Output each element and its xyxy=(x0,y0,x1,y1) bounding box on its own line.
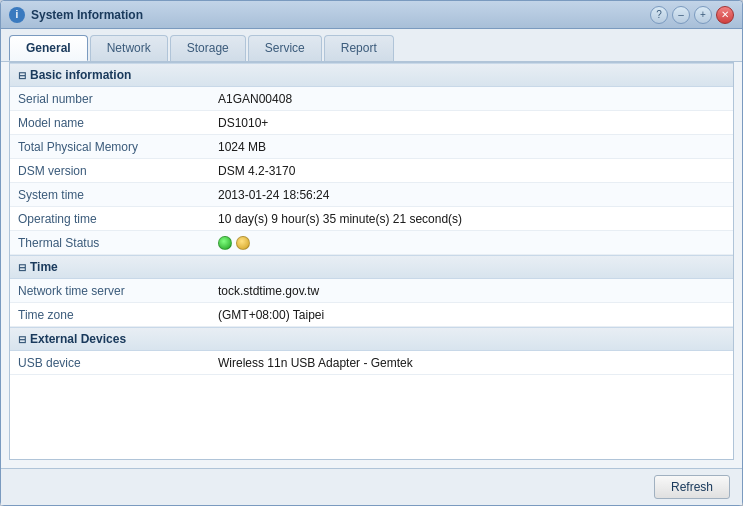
label-model-name: Model name xyxy=(10,112,210,134)
collapse-icon-basic: ⊟ xyxy=(18,70,26,81)
label-usb-device: USB device xyxy=(10,352,210,374)
tab-report[interactable]: Report xyxy=(324,35,394,61)
label-total-memory: Total Physical Memory xyxy=(10,136,210,158)
tab-network[interactable]: Network xyxy=(90,35,168,61)
table-row: USB device Wireless 11n USB Adapter - Ge… xyxy=(10,351,733,375)
thermal-indicator-green xyxy=(218,236,232,250)
refresh-button[interactable]: Refresh xyxy=(654,475,730,499)
label-system-time: System time xyxy=(10,184,210,206)
table-row: System time 2013-01-24 18:56:24 xyxy=(10,183,733,207)
value-total-memory: 1024 MB xyxy=(210,136,733,158)
table-row: Model name DS1010+ xyxy=(10,111,733,135)
section-external-devices: ⊟ External Devices xyxy=(10,327,733,351)
value-dsm-version: DSM 4.2-3170 xyxy=(210,160,733,182)
value-thermal-status xyxy=(210,232,733,254)
table-row: Network time server tock.stdtime.gov.tw xyxy=(10,279,733,303)
label-dsm-version: DSM version xyxy=(10,160,210,182)
thermal-indicator-yellow xyxy=(236,236,250,250)
window-icon: i xyxy=(9,7,25,23)
value-system-time: 2013-01-24 18:56:24 xyxy=(210,184,733,206)
value-model-name: DS1010+ xyxy=(210,112,733,134)
content-area: ⊟ Basic information Serial number A1GAN0… xyxy=(9,62,734,460)
section-basic-information: ⊟ Basic information xyxy=(10,63,733,87)
titlebar-buttons: ? – + ✕ xyxy=(650,6,734,24)
label-timezone: Time zone xyxy=(10,304,210,326)
tab-service[interactable]: Service xyxy=(248,35,322,61)
help-button[interactable]: ? xyxy=(650,6,668,24)
collapse-icon-external: ⊟ xyxy=(18,334,26,345)
window-title: System Information xyxy=(31,8,650,22)
table-row: Total Physical Memory 1024 MB xyxy=(10,135,733,159)
value-usb-device: Wireless 11n USB Adapter - Gemtek xyxy=(210,352,733,374)
footer: Refresh xyxy=(1,468,742,505)
value-ntp-server: tock.stdtime.gov.tw xyxy=(210,280,733,302)
table-row: Time zone (GMT+08:00) Taipei xyxy=(10,303,733,327)
table-row: Operating time 10 day(s) 9 hour(s) 35 mi… xyxy=(10,207,733,231)
section-time: ⊟ Time xyxy=(10,255,733,279)
collapse-icon-time: ⊟ xyxy=(18,262,26,273)
tab-storage[interactable]: Storage xyxy=(170,35,246,61)
table-row: Thermal Status xyxy=(10,231,733,255)
section-title-basic: Basic information xyxy=(30,68,131,82)
maximize-button[interactable]: + xyxy=(694,6,712,24)
label-operating-time: Operating time xyxy=(10,208,210,230)
close-button[interactable]: ✕ xyxy=(716,6,734,24)
titlebar: i System Information ? – + ✕ xyxy=(1,1,742,29)
value-timezone: (GMT+08:00) Taipei xyxy=(210,304,733,326)
tab-general[interactable]: General xyxy=(9,35,88,61)
table-row: Serial number A1GAN00408 xyxy=(10,87,733,111)
value-operating-time: 10 day(s) 9 hour(s) 35 minute(s) 21 seco… xyxy=(210,208,733,230)
section-title-external: External Devices xyxy=(30,332,126,346)
label-ntp-server: Network time server xyxy=(10,280,210,302)
label-serial-number: Serial number xyxy=(10,88,210,110)
tabs-bar: General Network Storage Service Report xyxy=(1,29,742,62)
section-title-time: Time xyxy=(30,260,58,274)
thermal-indicators xyxy=(218,236,725,250)
label-thermal-status: Thermal Status xyxy=(10,232,210,254)
table-row: DSM version DSM 4.2-3170 xyxy=(10,159,733,183)
minimize-button[interactable]: – xyxy=(672,6,690,24)
system-information-window: i System Information ? – + ✕ General Net… xyxy=(0,0,743,506)
value-serial-number: A1GAN00408 xyxy=(210,88,733,110)
